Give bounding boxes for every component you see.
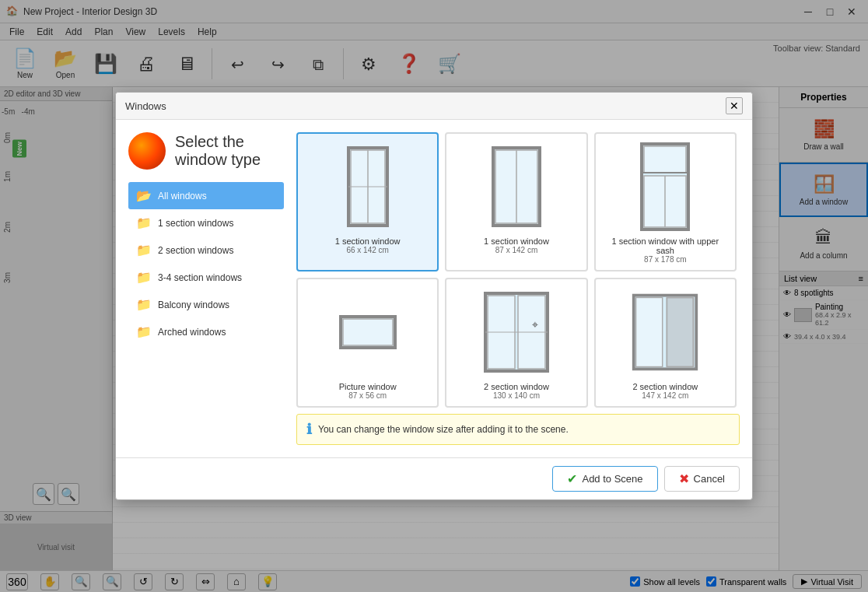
window-1-size: 66 x 142 cm <box>346 246 388 254</box>
dialog-close-button[interactable]: ✕ <box>726 97 743 114</box>
sidebar-cat-2section[interactable]: 📁 2 section windows <box>128 236 284 264</box>
window-item-3[interactable]: 1 section window with upper sash 87 x 17… <box>594 132 737 271</box>
dialog-body: Select the window type 📂 All windows 📁 1… <box>116 120 752 457</box>
sidebar-cat-balcony-label: Balcony windows <box>158 300 229 310</box>
window-type-grid: 1 section window 66 x 142 cm 1 sect <box>296 132 740 408</box>
dialog-overlay: Windows ✕ Select the window type 📂 All w… <box>0 0 868 592</box>
window-4-label: Picture window <box>339 382 397 391</box>
sidebar-cat-1section[interactable]: 📁 1 section windows <box>128 209 284 236</box>
sidebar-cat-2section-label: 2 section windows <box>158 245 233 256</box>
svg-rect-20 <box>636 297 663 366</box>
window-3-label: 1 section window with upper sash <box>602 236 729 255</box>
info-bar: ℹ You can change the window size after a… <box>296 414 740 445</box>
sidebar-cat-all[interactable]: 📂 All windows <box>128 182 284 209</box>
dialog-heading: Select the window type <box>175 133 284 169</box>
window-preview-1 <box>333 140 403 233</box>
info-icon: ℹ <box>306 421 312 438</box>
add-to-scene-button[interactable]: ✔ Add to Scene <box>552 466 657 492</box>
window-5-size: 130 x 140 cm <box>493 391 540 400</box>
cancel-button-label: Cancel <box>694 473 725 485</box>
sidebar-cat-34section[interactable]: 📁 3-4 section windows <box>128 264 284 291</box>
sidebar-cat-balcony[interactable]: 📁 Balcony windows <box>128 291 284 318</box>
sidebar-cat-all-label: All windows <box>158 191 207 201</box>
add-check-icon: ✔ <box>567 471 577 486</box>
window-preview-6 <box>630 285 700 379</box>
window-preview-5: ⌖ <box>481 285 551 379</box>
info-text: You can change the window size after add… <box>318 424 569 435</box>
window-3-size: 87 x 178 cm <box>644 255 686 264</box>
svg-rect-22 <box>667 297 694 366</box>
window-item-2[interactable]: 1 section window 87 x 142 cm <box>445 132 587 271</box>
window-preview-2 <box>481 140 551 233</box>
folder-open-icon: 📂 <box>136 188 152 203</box>
window-4-size: 87 x 56 cm <box>348 391 387 400</box>
dialog-main-content: 1 section window 66 x 142 cm 1 sect <box>296 132 740 445</box>
window-item-4[interactable]: Picture window 87 x 56 cm <box>296 278 439 408</box>
add-button-label: Add to Scene <box>582 473 642 485</box>
window-2-size: 87 x 142 cm <box>495 246 537 254</box>
sidebar-cat-34section-label: 3-4 section windows <box>158 272 242 283</box>
window-item-5[interactable]: ⌖ 2 section window 130 x 140 cm <box>445 278 587 408</box>
sidebar-cat-arched-label: Arched windows <box>158 327 226 338</box>
svg-text:⌖: ⌖ <box>532 318 538 331</box>
cancel-x-icon: ✖ <box>679 471 689 486</box>
folder-icon-3: 📁 <box>136 270 152 285</box>
dialog-sidebar: Select the window type 📂 All windows 📁 1… <box>128 132 284 445</box>
windows-dialog: Windows ✕ Select the window type 📂 All w… <box>115 92 753 500</box>
window-item-6[interactable]: 2 section window 147 x 142 cm <box>594 278 737 408</box>
dialog-sphere-icon <box>128 132 166 170</box>
window-item-1[interactable]: 1 section window 66 x 142 cm <box>296 132 439 271</box>
window-preview-4 <box>333 285 403 379</box>
window-5-label: 2 section window <box>484 382 549 391</box>
window-1-label: 1 section window <box>335 236 401 246</box>
sidebar-cat-arched[interactable]: 📁 Arched windows <box>128 318 284 345</box>
cancel-button[interactable]: ✖ Cancel <box>664 466 740 492</box>
dialog-footer: ✔ Add to Scene ✖ Cancel <box>116 457 752 499</box>
svg-rect-13 <box>343 319 393 345</box>
window-6-label: 2 section window <box>632 382 698 391</box>
sidebar-cat-1section-label: 1 section windows <box>158 218 233 229</box>
folder-icon-1: 📁 <box>136 215 152 230</box>
window-preview-3 <box>630 140 700 233</box>
dialog-title: Windows <box>125 100 166 112</box>
svg-rect-8 <box>644 146 686 173</box>
folder-icon-2: 📁 <box>136 243 152 257</box>
window-2-label: 1 section window <box>484 236 549 246</box>
window-6-size: 147 x 142 cm <box>642 391 688 400</box>
folder-icon-4: 📁 <box>136 297 152 312</box>
folder-icon-5: 📁 <box>136 324 152 339</box>
dialog-header: Select the window type <box>128 132 284 170</box>
dialog-title-bar: Windows ✕ <box>116 93 752 120</box>
